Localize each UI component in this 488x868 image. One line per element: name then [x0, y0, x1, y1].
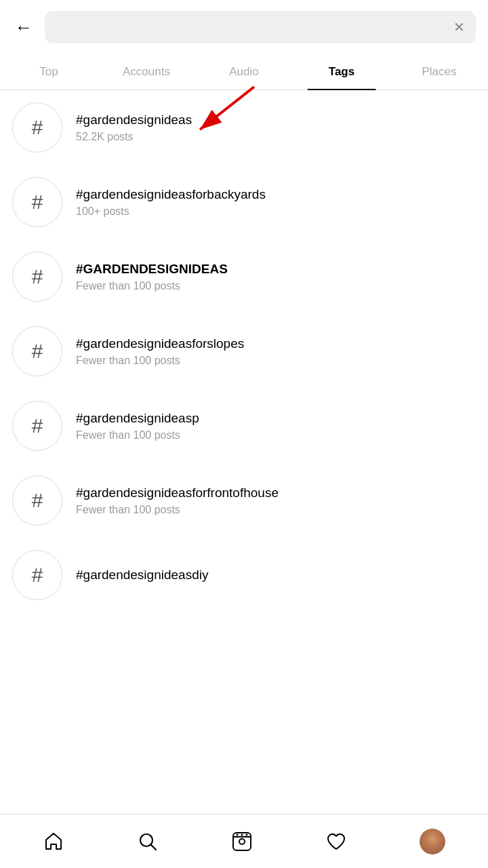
- nav-search-button[interactable]: [130, 824, 165, 859]
- tag-info: #gardendesignideasforfrontofhouse Fewer …: [76, 486, 279, 516]
- svg-line-1: [200, 87, 254, 130]
- nav-likes-button[interactable]: [319, 824, 354, 859]
- tag-info: #gardendesignideasforslopes Fewer than 1…: [76, 336, 244, 367]
- tag-icon: #: [12, 326, 62, 376]
- svg-point-8: [241, 833, 243, 835]
- svg-point-5: [239, 839, 245, 844]
- tag-info: #GARDENDESIGNIDEAS Fewer than 100 posts: [76, 262, 228, 292]
- tag-icon: #: [12, 177, 62, 227]
- list-item[interactable]: # #gardendesignideasforfrontofhouse Fewe…: [0, 463, 488, 538]
- tab-accounts[interactable]: Accounts: [98, 54, 195, 90]
- tab-audio[interactable]: Audio: [195, 54, 293, 90]
- tag-posts: 100+ posts: [76, 205, 266, 218]
- svg-point-7: [236, 833, 238, 835]
- reels-icon: [231, 831, 253, 852]
- header: ← gardendesignideas ✕: [0, 0, 488, 54]
- tag-icon: #: [12, 550, 62, 600]
- nav-reels-button[interactable]: [224, 824, 260, 859]
- tag-icon: #: [12, 401, 62, 451]
- list-item[interactable]: # #gardendesignideasforslopes Fewer than…: [0, 314, 488, 389]
- tag-name: #gardendesignideasforslopes: [76, 336, 244, 351]
- list-item[interactable]: # #gardendesignideasforbackyards 100+ po…: [0, 165, 488, 239]
- tag-posts: Fewer than 100 posts: [76, 280, 228, 292]
- svg-line-3: [151, 845, 156, 850]
- bottom-nav: [0, 814, 488, 868]
- tabs-bar: Top Accounts Audio Tags Places: [0, 54, 488, 90]
- tag-posts: Fewer than 100 posts: [76, 504, 279, 516]
- tag-info: #gardendesignideasdiy: [76, 568, 208, 583]
- tab-top[interactable]: Top: [0, 54, 98, 90]
- tab-tags[interactable]: Tags: [293, 54, 390, 90]
- tag-icon: #: [12, 102, 62, 153]
- tag-info: #gardendesignideasforbackyards 100+ post…: [76, 187, 266, 218]
- back-button[interactable]: ←: [12, 14, 35, 41]
- tag-list: # #gardendesignideas 52.2K posts # #gard…: [0, 90, 488, 673]
- home-icon: [43, 831, 64, 852]
- tag-posts: Fewer than 100 posts: [76, 429, 199, 441]
- tag-icon: #: [12, 475, 62, 526]
- clear-button[interactable]: ✕: [453, 19, 465, 35]
- tag-posts: Fewer than 100 posts: [76, 355, 244, 367]
- tag-icon: #: [12, 252, 62, 302]
- list-item[interactable]: # #gardendesignideasdiy: [0, 538, 488, 612]
- nav-profile-button[interactable]: [413, 822, 452, 861]
- tab-places[interactable]: Places: [390, 54, 488, 90]
- tag-posts: 52.2K posts: [76, 131, 192, 143]
- tag-name: #GARDENDESIGNIDEAS: [76, 262, 228, 277]
- heart-icon: [325, 831, 347, 852]
- search-bar[interactable]: gardendesignideas ✕: [45, 11, 476, 43]
- svg-point-9: [245, 833, 247, 835]
- nav-home-button[interactable]: [36, 824, 71, 859]
- list-item[interactable]: # #GARDENDESIGNIDEAS Fewer than 100 post…: [0, 239, 488, 314]
- tag-name: #gardendesignideasp: [76, 411, 199, 426]
- search-icon: [137, 831, 159, 852]
- tag-name: #gardendesignideas: [76, 113, 192, 127]
- tag-name: #gardendesignideasforbackyards: [76, 187, 266, 202]
- tag-info: #gardendesignideas 52.2K posts: [76, 113, 192, 143]
- list-item[interactable]: # #gardendesignideasp Fewer than 100 pos…: [0, 389, 488, 463]
- search-input[interactable]: gardendesignideas: [56, 20, 447, 35]
- list-item[interactable]: # #gardendesignideas 52.2K posts: [0, 90, 488, 165]
- avatar: [420, 829, 445, 854]
- tag-name: #gardendesignideasforfrontofhouse: [76, 486, 279, 500]
- tag-info: #gardendesignideasp Fewer than 100 posts: [76, 411, 199, 441]
- tag-name: #gardendesignideasdiy: [76, 568, 208, 583]
